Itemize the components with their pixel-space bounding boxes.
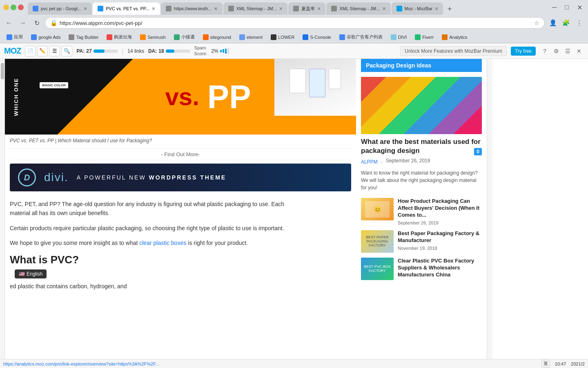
tab-google[interactable]: pvc pet pp - Googl... ×	[28, 2, 92, 15]
lock-icon: 🔒	[50, 20, 57, 26]
tab-cover[interactable]: 夏盖率 ×	[288, 2, 325, 15]
tab-close-icon[interactable]: ×	[382, 5, 385, 12]
mozbar-try-free-button[interactable]: Try free	[511, 47, 536, 56]
main-content: WHICH ONE MAGIC COLOR vs. PP PVC vs. PET…	[5, 59, 356, 368]
sidebar-featured-title[interactable]: What are the best materials used for pac…	[361, 137, 482, 155]
bookmark-apps[interactable]: 应用	[3, 33, 26, 41]
bookmark-star-icon[interactable]: ☆	[534, 20, 539, 26]
tab-favicon	[331, 6, 337, 11]
tab-xml1[interactable]: XML Sitemap - JM... ×	[223, 2, 287, 15]
sidebar-related-item-3[interactable]: BEST PVC BOX FACTORY Clear Plastic PVC B…	[361, 258, 482, 280]
tab-close-icon[interactable]: ×	[214, 5, 217, 12]
bookmark-label: 应用	[14, 34, 23, 40]
status-right: 英 10:47 2021/2	[541, 360, 585, 368]
bookmark-label: DIVI	[398, 35, 407, 40]
semrush-icon	[140, 34, 146, 40]
close-win-icon[interactable]: ✕	[575, 3, 585, 12]
language-indicator[interactable]: 英	[541, 360, 550, 368]
divi-advertisement[interactable]: D divi. A POWERFUL NEW WORDPRESS THEME	[10, 164, 351, 191]
extension-icon[interactable]: 🧩	[560, 17, 572, 29]
maximize-button[interactable]	[11, 4, 16, 10]
forward-button[interactable]: →	[17, 17, 29, 29]
sidebar-related-item-2[interactable]: BEST PAPER PACKAGING FACTORY Best Paper …	[361, 230, 482, 253]
bookmark-label: google Ads	[38, 35, 60, 40]
sidebar-featured-item[interactable]: What are the best materials used for pac…	[361, 77, 482, 191]
bookmark-label: 小猿通	[181, 34, 195, 40]
tab-favicon	[293, 6, 299, 11]
language-button[interactable]: 🇺🇸 English	[15, 269, 47, 278]
bookmark-lower[interactable]: LOWER	[267, 34, 298, 41]
tab-close-icon[interactable]: ×	[84, 5, 87, 12]
bookmark-label: 谷歌广告客户列表	[347, 34, 383, 40]
da-label: DA:	[148, 48, 157, 54]
moz-close-icon[interactable]: ✕	[574, 46, 584, 56]
bookmark-analytics[interactable]: Analytics	[439, 34, 470, 41]
sidebar-item-title-3: Clear Plastic PVC Box Factory Suppliers …	[398, 258, 482, 278]
close-button[interactable]	[18, 4, 24, 10]
profile-icon[interactable]: 👤	[547, 17, 559, 29]
bookmark-fiverr[interactable]: Fiverr	[412, 34, 437, 41]
tab-test[interactable]: https://www.testh... ×	[161, 2, 223, 15]
bookmark-google-ads[interactable]: google Ads	[28, 34, 64, 41]
sidebar-comment-count: 0	[474, 148, 482, 155]
scroll-indicator[interactable]	[0, 59, 5, 368]
moz-links-metric: 14 links	[127, 48, 144, 54]
tab-title: https://www.testh...	[174, 6, 212, 11]
sidebar-thumb-1: 😊	[361, 198, 394, 220]
sidebar-related-item-1[interactable]: 😊 How Product Packaging Can Affect Buyer…	[361, 198, 482, 225]
tab-close-icon[interactable]: ×	[152, 5, 155, 12]
bookmark-divi[interactable]: DIVI	[388, 34, 410, 41]
bookmark-element[interactable]: element	[236, 34, 266, 41]
tab-favicon	[228, 6, 234, 11]
moz-highlight-icon[interactable]: 🔍	[62, 46, 72, 56]
tab-alppm[interactable]: PVC vs. PET vs. PP... ×	[93, 2, 160, 15]
bookmark-sconsole[interactable]: S-Console	[299, 34, 334, 41]
separator: |	[122, 48, 124, 54]
omnibox-bar: ← → ↻ 🔒 https://www.alppm.com/pvc-pet-pp…	[0, 15, 588, 31]
maximize-win-icon[interactable]: □	[562, 3, 571, 12]
address-bar[interactable]: 🔒 https://www.alppm.com/pvc-pet-pp/ ☆	[45, 17, 545, 29]
page-content: WHICH ONE MAGIC COLOR vs. PP PVC vs. PET…	[0, 59, 588, 368]
clear-plastic-boxes-link[interactable]: clear plastic boxes	[139, 240, 186, 246]
article-body: PVC, PET, and PP? The age-old question f…	[5, 195, 356, 301]
meta-separator: -	[381, 159, 383, 165]
product-boxes	[274, 59, 356, 116]
moz-help-icon[interactable]: ?	[540, 46, 550, 56]
tab-xml2[interactable]: XML Sitemap - JM... ×	[326, 2, 390, 15]
da-bar-fill	[166, 49, 175, 53]
scroll-thumb[interactable]	[1, 63, 4, 79]
moz-pencil-icon[interactable]: ✏️	[37, 46, 48, 56]
more-icon[interactable]: ⋮	[573, 17, 585, 29]
new-tab-button[interactable]: +	[444, 3, 455, 15]
tab-close-icon[interactable]: ×	[435, 5, 438, 12]
right-scrollbar[interactable]	[487, 59, 492, 368]
bookmark-tag-builder[interactable]: Tag Builder	[65, 34, 102, 41]
moz-settings-icon[interactable]: ⚙	[551, 46, 561, 56]
tab-title: PVC vs. PET vs. PP...	[106, 6, 149, 11]
shop-icon	[107, 34, 112, 40]
bookmark-xiaoyuantong[interactable]: 小猿通	[171, 33, 198, 41]
featured-title-row: What are the best materials used for pac…	[361, 137, 482, 155]
article-para-3: We hope to give you some more insight as…	[10, 238, 291, 247]
moz-pa-metric: PA: 27	[76, 48, 118, 54]
bookmark-shop[interactable]: 购派出海	[103, 33, 135, 41]
featured-meta: ALPPM - September 26, 2019	[361, 158, 482, 167]
tab-moz[interactable]: Moz - MozBar ×	[392, 2, 443, 15]
reload-button[interactable]: ↻	[31, 17, 42, 29]
minimize-button[interactable]	[3, 4, 9, 10]
date-display: 2021/2	[571, 361, 585, 366]
tab-close-icon[interactable]: ×	[279, 5, 283, 12]
minimize-win-icon[interactable]: ─	[550, 3, 559, 12]
bookmark-siteground[interactable]: siteground	[200, 34, 234, 41]
address-text: https://www.alppm.com/pvc-pet-pp/	[60, 20, 532, 26]
sconsole-icon	[303, 34, 308, 40]
bookmark-semrush[interactable]: Semrush	[137, 34, 169, 41]
moz-menu-icon[interactable]: ☰	[563, 46, 572, 56]
moz-page-analysis-icon[interactable]: 📄	[25, 46, 36, 56]
back-button[interactable]: ←	[3, 17, 15, 29]
moz-list-icon[interactable]: ☰	[49, 46, 60, 56]
tab-close-icon[interactable]: ×	[317, 5, 321, 12]
bookmark-google-ad-list[interactable]: 谷歌广告客户列表	[336, 33, 386, 41]
pp-text: PP	[207, 78, 251, 116]
status-url: https://analytics.moz.com/pro/link-explo…	[3, 361, 159, 366]
